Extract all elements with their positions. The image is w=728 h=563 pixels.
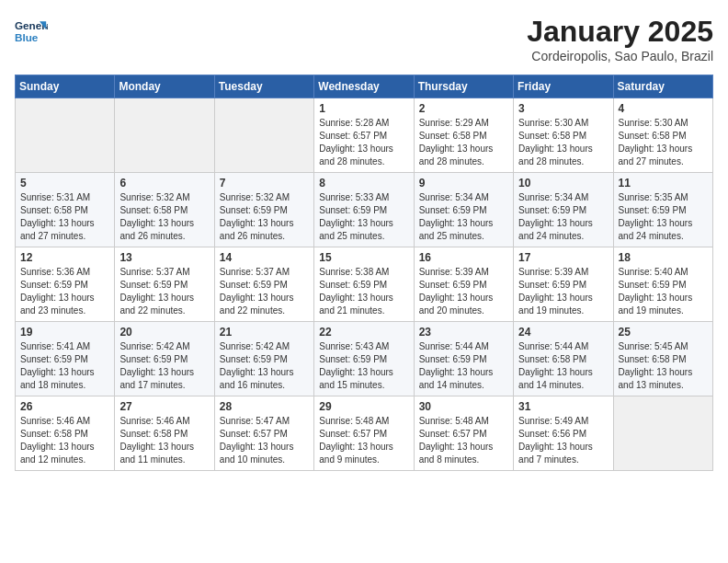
day-cell: 22Sunrise: 5:43 AM Sunset: 6:59 PM Dayli… (314, 322, 414, 396)
day-info: Sunrise: 5:37 AM Sunset: 6:59 PM Dayligh… (119, 266, 209, 317)
day-cell: 18Sunrise: 5:40 AM Sunset: 6:59 PM Dayli… (613, 247, 712, 322)
day-info: Sunrise: 5:48 AM Sunset: 6:57 PM Dayligh… (319, 415, 408, 466)
day-cell: 9Sunrise: 5:34 AM Sunset: 6:59 PM Daylig… (414, 173, 513, 247)
day-number: 19 (20, 326, 109, 339)
day-cell: 3Sunrise: 5:30 AM Sunset: 6:58 PM Daylig… (514, 98, 613, 173)
day-cell: 13Sunrise: 5:37 AM Sunset: 6:59 PM Dayli… (115, 247, 214, 322)
day-number: 14 (220, 251, 309, 264)
weekday-header-friday: Friday (514, 75, 613, 98)
day-info: Sunrise: 5:34 AM Sunset: 6:59 PM Dayligh… (419, 191, 508, 243)
weekday-header-monday: Monday (115, 75, 214, 98)
day-info: Sunrise: 5:35 AM Sunset: 6:59 PM Dayligh… (619, 191, 708, 243)
day-info: Sunrise: 5:42 AM Sunset: 6:59 PM Dayligh… (220, 340, 309, 392)
day-info: Sunrise: 5:34 AM Sunset: 6:59 PM Dayligh… (518, 191, 608, 243)
day-cell: 20Sunrise: 5:42 AM Sunset: 6:59 PM Dayli… (115, 322, 214, 396)
day-cell: 2Sunrise: 5:29 AM Sunset: 6:58 PM Daylig… (414, 98, 513, 173)
day-info: Sunrise: 5:32 AM Sunset: 6:59 PM Dayligh… (220, 191, 309, 243)
day-info: Sunrise: 5:47 AM Sunset: 6:57 PM Dayligh… (220, 415, 309, 466)
day-info: Sunrise: 5:45 AM Sunset: 6:58 PM Dayligh… (619, 340, 708, 392)
day-info: Sunrise: 5:32 AM Sunset: 6:58 PM Dayligh… (119, 191, 209, 243)
day-cell: 1Sunrise: 5:28 AM Sunset: 6:57 PM Daylig… (314, 98, 414, 173)
day-number: 3 (518, 102, 608, 115)
logo-icon: General Blue (15, 15, 48, 48)
logo: General Blue (15, 15, 48, 48)
day-info: Sunrise: 5:38 AM Sunset: 6:59 PM Dayligh… (319, 266, 408, 317)
day-number: 15 (319, 251, 408, 264)
day-number: 7 (220, 177, 309, 190)
day-cell: 26Sunrise: 5:46 AM Sunset: 6:58 PM Dayli… (16, 396, 115, 471)
day-info: Sunrise: 5:30 AM Sunset: 6:58 PM Dayligh… (518, 117, 608, 168)
day-number: 23 (419, 326, 508, 339)
day-number: 25 (619, 326, 708, 339)
day-number: 20 (119, 326, 209, 339)
day-info: Sunrise: 5:33 AM Sunset: 6:59 PM Dayligh… (319, 191, 408, 243)
day-info: Sunrise: 5:43 AM Sunset: 6:59 PM Dayligh… (319, 340, 408, 392)
day-cell: 28Sunrise: 5:47 AM Sunset: 6:57 PM Dayli… (214, 396, 313, 471)
week-row-5: 26Sunrise: 5:46 AM Sunset: 6:58 PM Dayli… (16, 396, 713, 471)
week-row-3: 12Sunrise: 5:36 AM Sunset: 6:59 PM Dayli… (16, 247, 713, 322)
svg-text:Blue: Blue (15, 31, 39, 43)
day-info: Sunrise: 5:29 AM Sunset: 6:58 PM Dayligh… (419, 117, 508, 168)
day-cell: 29Sunrise: 5:48 AM Sunset: 6:57 PM Dayli… (314, 396, 414, 471)
week-row-1: 1Sunrise: 5:28 AM Sunset: 6:57 PM Daylig… (16, 98, 713, 173)
day-info: Sunrise: 5:41 AM Sunset: 6:59 PM Dayligh… (20, 340, 109, 392)
day-cell: 19Sunrise: 5:41 AM Sunset: 6:59 PM Dayli… (16, 322, 115, 396)
day-number: 22 (319, 326, 408, 339)
weekday-header-thursday: Thursday (414, 75, 513, 98)
day-number: 8 (319, 177, 408, 190)
day-cell (613, 396, 712, 471)
day-info: Sunrise: 5:46 AM Sunset: 6:58 PM Dayligh… (20, 415, 109, 466)
day-cell: 16Sunrise: 5:39 AM Sunset: 6:59 PM Dayli… (414, 247, 513, 322)
day-cell: 11Sunrise: 5:35 AM Sunset: 6:59 PM Dayli… (613, 173, 712, 247)
day-cell: 8Sunrise: 5:33 AM Sunset: 6:59 PM Daylig… (314, 173, 414, 247)
day-cell (16, 98, 115, 173)
day-cell: 21Sunrise: 5:42 AM Sunset: 6:59 PM Dayli… (214, 322, 313, 396)
day-cell: 10Sunrise: 5:34 AM Sunset: 6:59 PM Dayli… (514, 173, 613, 247)
day-number: 2 (419, 102, 508, 115)
weekday-header-row: SundayMondayTuesdayWednesdayThursdayFrid… (16, 75, 713, 98)
day-cell: 5Sunrise: 5:31 AM Sunset: 6:58 PM Daylig… (16, 173, 115, 247)
day-cell: 4Sunrise: 5:30 AM Sunset: 6:58 PM Daylig… (613, 98, 712, 173)
day-cell (214, 98, 313, 173)
weekday-header-sunday: Sunday (16, 75, 115, 98)
day-info: Sunrise: 5:39 AM Sunset: 6:59 PM Dayligh… (518, 266, 608, 317)
weekday-header-saturday: Saturday (613, 75, 712, 98)
day-cell (115, 98, 214, 173)
weekday-header-tuesday: Tuesday (214, 75, 313, 98)
day-cell: 25Sunrise: 5:45 AM Sunset: 6:58 PM Dayli… (613, 322, 712, 396)
page-header: General Blue January 2025 Cordeiropolis,… (15, 15, 713, 63)
day-cell: 12Sunrise: 5:36 AM Sunset: 6:59 PM Dayli… (16, 247, 115, 322)
day-number: 30 (419, 400, 508, 413)
month-title: January 2025 (527, 15, 713, 49)
day-number: 1 (319, 102, 408, 115)
day-number: 21 (220, 326, 309, 339)
day-cell: 31Sunrise: 5:49 AM Sunset: 6:56 PM Dayli… (514, 396, 613, 471)
day-cell: 15Sunrise: 5:38 AM Sunset: 6:59 PM Dayli… (314, 247, 414, 322)
day-number: 13 (119, 251, 209, 264)
day-info: Sunrise: 5:40 AM Sunset: 6:59 PM Dayligh… (619, 266, 708, 317)
day-info: Sunrise: 5:31 AM Sunset: 6:58 PM Dayligh… (20, 191, 109, 243)
day-number: 17 (518, 251, 608, 264)
day-cell: 17Sunrise: 5:39 AM Sunset: 6:59 PM Dayli… (514, 247, 613, 322)
day-info: Sunrise: 5:44 AM Sunset: 6:59 PM Dayligh… (419, 340, 508, 392)
day-number: 28 (220, 400, 309, 413)
day-number: 16 (419, 251, 508, 264)
calendar-table: SundayMondayTuesdayWednesdayThursdayFrid… (15, 75, 713, 471)
day-info: Sunrise: 5:30 AM Sunset: 6:58 PM Dayligh… (619, 117, 708, 168)
day-cell: 23Sunrise: 5:44 AM Sunset: 6:59 PM Dayli… (414, 322, 513, 396)
day-number: 31 (518, 400, 608, 413)
day-number: 27 (119, 400, 209, 413)
day-number: 11 (619, 177, 708, 190)
day-info: Sunrise: 5:48 AM Sunset: 6:57 PM Dayligh… (419, 415, 508, 466)
day-info: Sunrise: 5:28 AM Sunset: 6:57 PM Dayligh… (319, 117, 408, 168)
day-number: 4 (619, 102, 708, 115)
day-number: 18 (619, 251, 708, 264)
title-section: January 2025 Cordeiropolis, Sao Paulo, B… (527, 15, 713, 63)
day-info: Sunrise: 5:39 AM Sunset: 6:59 PM Dayligh… (419, 266, 508, 317)
day-number: 24 (518, 326, 608, 339)
day-cell: 6Sunrise: 5:32 AM Sunset: 6:58 PM Daylig… (115, 173, 214, 247)
day-number: 26 (20, 400, 109, 413)
day-info: Sunrise: 5:46 AM Sunset: 6:58 PM Dayligh… (119, 415, 209, 466)
day-cell: 30Sunrise: 5:48 AM Sunset: 6:57 PM Dayli… (414, 396, 513, 471)
day-number: 6 (119, 177, 209, 190)
